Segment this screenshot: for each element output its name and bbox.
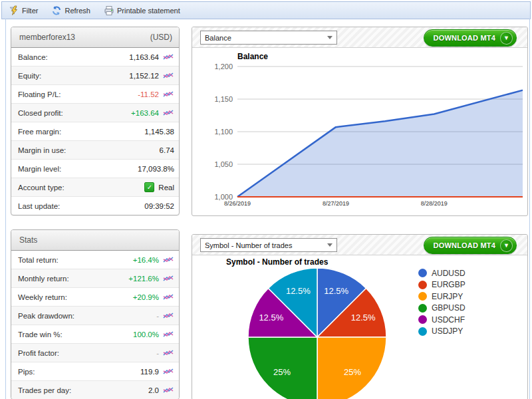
row-value: 17,093.8% [138, 165, 174, 173]
trades-pie-panel: Symbol - Number of trades DOWNLOAD MT4 ▼… [192, 234, 528, 399]
mini-chart-icon[interactable] [163, 72, 174, 80]
row-value: +163.64 [131, 109, 159, 117]
trades-pie-chart: 12.5%12.5%25%25%12.5%12.5%Symbol - Numbe… [192, 255, 526, 399]
refresh-icon [51, 5, 62, 16]
svg-text:8/26/2019: 8/26/2019 [224, 200, 251, 207]
row-label: Trade win %: [18, 331, 63, 338]
row-value: 2.0 [148, 386, 159, 394]
svg-text:12.5%: 12.5% [259, 313, 283, 323]
stats-row: Profit factor:- [11, 343, 179, 362]
toolbar-item-filter[interactable]: Filter [9, 5, 38, 16]
row-label: Closed profit: [18, 109, 63, 117]
mini-chart-icon[interactable] [163, 275, 174, 283]
stats-row: Weekly return:+20.9% [11, 287, 179, 306]
stats-row: Pips:119.9 [11, 362, 179, 380]
account-row: Last update:09:39:52 [11, 196, 179, 215]
stats-rows: Total return:+16.4%Monthly return:+121.6… [11, 251, 179, 399]
row-label: Last update: [18, 202, 60, 210]
svg-text:8/27/2019: 8/27/2019 [323, 200, 349, 207]
svg-text:12.5%: 12.5% [286, 286, 311, 296]
legend-color-dot [418, 315, 427, 324]
legend-label: GBPUSD [432, 303, 466, 313]
svg-text:1,200: 1,200 [214, 63, 233, 70]
legend-item-usdchf: USDCHF [418, 314, 466, 326]
toolbar-item-refresh[interactable]: Refresh [51, 5, 90, 16]
balance-chart-body: 1,0001,0501,1001,1501,2008/26/20198/27/2… [192, 48, 527, 216]
legend-color-dot [418, 292, 427, 301]
row-value: -11.52 [138, 90, 159, 98]
row-label: Pips: [18, 368, 35, 376]
mini-chart-icon[interactable] [163, 90, 174, 98]
mini-chart-icon[interactable] [163, 349, 174, 357]
stats-title: Stats [19, 235, 37, 245]
printer-icon [104, 5, 114, 16]
row-label: Weekly return: [18, 293, 67, 301]
svg-text:25%: 25% [344, 367, 361, 377]
account-row: Margin level:17,093.8% [11, 159, 179, 178]
row-label: Margin level: [18, 165, 61, 173]
download-mt4-button-2[interactable]: DOWNLOAD MT4 ▼ [424, 237, 517, 254]
row-value: - [156, 312, 159, 320]
chevron-down-icon [327, 36, 332, 39]
svg-text:12.5%: 12.5% [351, 313, 376, 323]
svg-text:1,050: 1,050 [214, 160, 233, 168]
account-rows: Balance:1,163.64Equity:1,152.12Floating … [11, 48, 179, 215]
mini-chart-icon[interactable] [163, 368, 174, 376]
download-mt4-button[interactable]: DOWNLOAD MT4 ▼ [424, 29, 517, 47]
svg-text:25%: 25% [273, 367, 291, 377]
legend-item-gbpusd: GBPUSD [418, 303, 466, 315]
row-value: 1,163.64 [129, 53, 159, 61]
stats-panel: Stats Total return:+16.4%Monthly return:… [11, 229, 180, 399]
download-arrow-icon: ▼ [500, 32, 513, 45]
row-label: Account type: [18, 184, 65, 192]
svg-text:1,100: 1,100 [214, 128, 233, 136]
row-label: Peak drawdown: [18, 312, 74, 320]
account-name: memberforex13 [19, 33, 75, 42]
row-value: +121.6% [128, 275, 159, 283]
legend-item-eurgbp: EURGBP [418, 279, 466, 291]
svg-text:1,150: 1,150 [214, 95, 233, 103]
balance-metric-select[interactable]: Balance [200, 31, 337, 45]
row-label: Total return: [18, 256, 59, 264]
account-row: Balance:1,163.64 [11, 48, 179, 66]
mini-chart-icon[interactable] [163, 331, 174, 338]
legend-color-dot [418, 269, 427, 277]
toolbar-item-printable-statement[interactable]: Printable statement [104, 5, 180, 16]
row-label: Trades per day: [18, 386, 71, 394]
account-summary-panel: memberforex13 (USD) Balance:1,163.64Equi… [11, 27, 180, 215]
mini-chart-icon[interactable] [163, 256, 174, 264]
legend-label: USDJPY [432, 327, 463, 336]
trades-metric-selected: Symbol - Number of trades [205, 241, 292, 249]
balance-area-chart: 1,0001,0501,1001,1501,2008/26/20198/27/2… [192, 48, 526, 214]
mini-chart-icon[interactable] [163, 109, 174, 117]
row-value: 119.9 [140, 368, 159, 376]
mini-chart-icon[interactable] [163, 386, 174, 394]
trades-metric-select[interactable]: Symbol - Number of trades [200, 238, 337, 252]
real-account-checkbox-icon: ✓ [144, 182, 154, 192]
stats-row: Trades per day:2.0 [11, 380, 179, 399]
stats-row: Peak drawdown:- [11, 306, 179, 325]
row-label: Margin in use: [18, 146, 66, 154]
chevron-down-icon [327, 243, 332, 247]
frame-left-border [5, 19, 6, 399]
account-panel-header: memberforex13 (USD) [11, 27, 179, 48]
stats-row: Total return:+16.4% [11, 251, 179, 269]
svg-text:Symbol - Number of trades: Symbol - Number of trades [226, 257, 329, 267]
row-value: 6.74 [160, 146, 174, 154]
mini-chart-icon[interactable] [163, 53, 174, 61]
legend-label: EURJPY [432, 292, 463, 301]
mini-chart-icon[interactable] [163, 293, 174, 301]
download-arrow-icon: ▼ [500, 239, 513, 252]
svg-text:12.5%: 12.5% [324, 286, 348, 296]
account-row: Account type:✓Real [11, 178, 179, 196]
row-value: +20.9% [133, 293, 159, 301]
row-value: +16.4% [133, 256, 159, 264]
svg-text:8/28/2019: 8/28/2019 [421, 200, 448, 207]
stats-panel-header: Stats [11, 230, 179, 251]
download-mt4-label: DOWNLOAD MT4 [434, 34, 495, 42]
legend-color-dot [418, 327, 427, 336]
balance-metric-selected: Balance [205, 34, 231, 42]
frame-right-border [529, 19, 530, 399]
account-row: Free margin:1,145.38 [11, 122, 179, 140]
mini-chart-icon[interactable] [163, 312, 174, 320]
